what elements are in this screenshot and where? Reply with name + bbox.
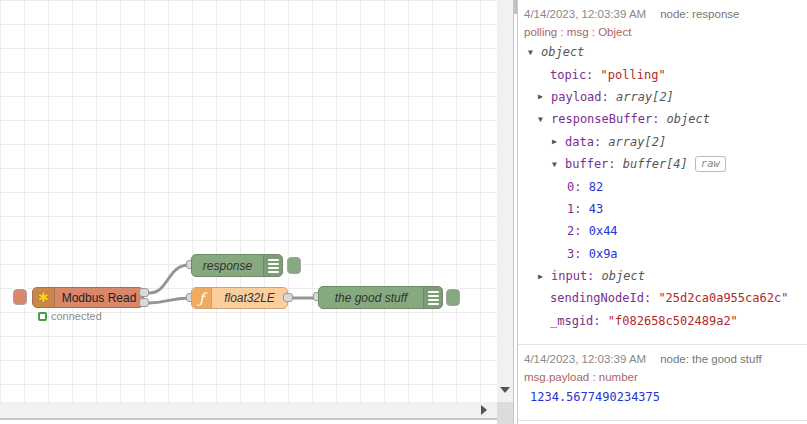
modbus-output-port-1[interactable] <box>139 288 149 297</box>
debug-tree-row: ▶payload: array[2] <box>524 86 803 108</box>
object-key[interactable]: input: <box>551 269 602 283</box>
expand-arrow-icon[interactable]: ▶ <box>538 272 551 281</box>
modbus-status: connected <box>38 310 102 322</box>
value-meta: buffer[4] <box>623 157 688 171</box>
debug-bars-icon <box>423 287 442 308</box>
value-number: 82 <box>589 180 603 194</box>
modbus-node-button[interactable] <box>13 289 27 305</box>
value-number: 43 <box>589 202 603 216</box>
node-float32le[interactable]: ƒ float32LE <box>191 287 288 309</box>
node-modbus-read[interactable]: ✱ Modbus Read <box>32 287 144 308</box>
scroll-down-arrow-icon[interactable] <box>500 387 510 393</box>
function-f-icon: ƒ <box>192 288 212 308</box>
value-number: 0x9a <box>589 247 618 261</box>
expand-arrow-icon[interactable]: ▶ <box>538 92 551 101</box>
value-string: "f082658c502489a2" <box>608 314 738 328</box>
object-key[interactable]: topic: <box>550 68 601 82</box>
value-number: 1234.5677490234375 <box>530 390 660 404</box>
object-key[interactable]: 1: <box>567 202 589 216</box>
debug-message: 4/14/2023, 12:03:39 AMnode: responsepoll… <box>518 0 807 345</box>
wire-layer <box>0 0 497 402</box>
canvas-horizontal-scrollbar[interactable] <box>0 402 497 418</box>
expand-arrow-icon[interactable]: ▶ <box>552 137 565 146</box>
object-key[interactable]: responseBuffer: <box>551 112 667 126</box>
node-label: float32LE <box>212 291 287 305</box>
object-key[interactable]: buffer: <box>565 157 623 171</box>
debug-tree-row: sendingNodeId: "25d2ca0a955ca62c" <box>524 287 803 309</box>
scrollbar-corner <box>497 402 513 424</box>
collapse-arrow-icon[interactable]: ▼ <box>528 48 541 57</box>
node-label: Modbus Read <box>55 291 143 305</box>
goodstuff-debug-toggle-button[interactable] <box>446 289 460 306</box>
collapse-arrow-icon[interactable]: ▼ <box>538 115 551 124</box>
debug-tree-row: 0: 82 <box>524 175 803 197</box>
flow-canvas[interactable]: ✱ Modbus Read connected response ƒ float… <box>0 0 497 402</box>
debug-message-topic: msg.payload : number <box>524 367 803 386</box>
debug-tree-row: ▼object <box>524 41 803 63</box>
debug-tree-row: ▼buffer: buffer[4]raw <box>524 153 803 175</box>
debug-tree-row: 1: 43 <box>524 198 803 220</box>
debug-source-node: node: response <box>660 8 739 20</box>
value-meta: object <box>602 269 645 283</box>
node-label: the good stuff <box>319 291 423 305</box>
node-red-app: ✱ Modbus Read connected response ƒ float… <box>0 0 807 424</box>
debug-tree-row: 3: 0x9a <box>524 243 803 265</box>
debug-message-header: 4/14/2023, 12:03:39 AMnode: the good stu… <box>524 350 803 367</box>
response-debug-toggle-button[interactable] <box>287 257 301 274</box>
debug-tree-row: topic: "polling" <box>524 63 803 85</box>
wire-modbus-to-response[interactable] <box>149 265 189 293</box>
collapse-arrow-icon[interactable]: ▼ <box>552 160 565 169</box>
object-key[interactable]: payload: <box>551 90 616 104</box>
node-the-good-stuff[interactable]: the good stuff <box>318 286 443 309</box>
scroll-right-arrow-icon[interactable] <box>481 405 487 415</box>
debug-tree-row: ▶input: object <box>524 265 803 287</box>
debug-message: 4/14/2023, 12:03:39 AMnode: the good stu… <box>518 345 807 421</box>
value-number: 0x44 <box>589 224 618 238</box>
object-key[interactable]: 2: <box>567 224 589 238</box>
modbus-output-port-2[interactable] <box>139 298 149 307</box>
debug-tree-row: _msgid: "f082658c502489a2" <box>524 310 803 332</box>
object-key[interactable]: _msgid: <box>550 314 608 328</box>
canvas-vertical-scrollbar[interactable] <box>497 0 513 402</box>
debug-message-header: 4/14/2023, 12:03:39 AMnode: response <box>524 5 803 22</box>
sidebar-scrollbar-thumb[interactable] <box>514 0 517 14</box>
workspace-bottom-border <box>0 418 497 420</box>
debug-message-topic: polling : msg : Object <box>524 22 803 41</box>
object-key[interactable]: sendingNodeId: <box>550 291 658 305</box>
object-key[interactable]: 0: <box>567 180 589 194</box>
value-meta: array[2] <box>616 90 674 104</box>
modbus-flower-icon: ✱ <box>33 288 55 307</box>
status-connected-icon <box>38 312 47 321</box>
debug-sidebar[interactable]: 4/14/2023, 12:03:39 AMnode: responsepoll… <box>518 0 807 424</box>
value-meta: object <box>667 112 710 126</box>
debug-source-node: node: the good stuff <box>660 353 761 365</box>
function-output-port[interactable] <box>283 293 293 302</box>
object-key[interactable]: 3: <box>567 247 589 261</box>
raw-button[interactable]: raw <box>695 156 726 172</box>
status-label: connected <box>51 310 102 322</box>
value-string: "polling" <box>601 68 666 82</box>
object-type: object <box>541 45 584 59</box>
debug-tree-row: ▼responseBuffer: object <box>524 108 803 130</box>
debug-tree-row: 1234.5677490234375 <box>524 386 803 408</box>
debug-tree-row: ▶data: array[2] <box>524 131 803 153</box>
value-meta: array[2] <box>608 135 666 149</box>
debug-tree-row: 2: 0x44 <box>524 220 803 242</box>
debug-timestamp: 4/14/2023, 12:03:39 AM <box>524 8 646 20</box>
debug-message-list: 4/14/2023, 12:03:39 AMnode: responsepoll… <box>518 0 807 421</box>
debug-bars-icon <box>263 255 282 276</box>
node-label: response <box>192 259 263 273</box>
debug-timestamp: 4/14/2023, 12:03:39 AM <box>524 353 646 365</box>
value-string: "25d2ca0a955ca62c" <box>658 291 788 305</box>
object-key[interactable]: data: <box>565 135 608 149</box>
wire-modbus-to-function[interactable] <box>149 298 189 303</box>
node-response[interactable]: response <box>191 254 283 277</box>
